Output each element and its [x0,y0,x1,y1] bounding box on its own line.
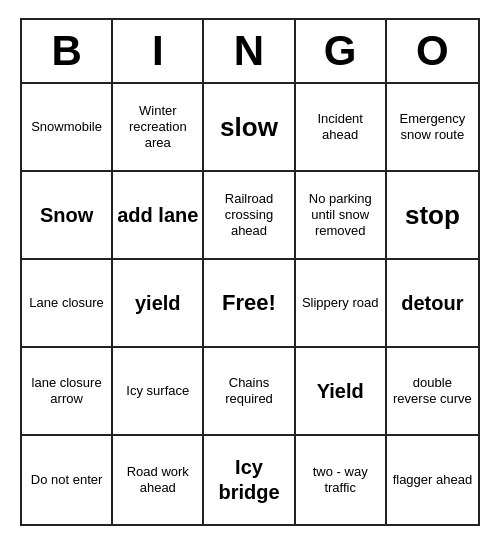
bingo-cell-13: Slippery road [296,260,387,348]
bingo-cell-23: two - way traffic [296,436,387,524]
bingo-cell-20: Do not enter [22,436,113,524]
bingo-cell-0: Snowmobile [22,84,113,172]
bingo-cell-1: Winter recreation area [113,84,204,172]
bingo-letter-i: I [113,20,204,82]
bingo-letter-o: O [387,20,478,82]
bingo-header: BINGO [22,20,478,84]
bingo-cell-24: flagger ahead [387,436,478,524]
bingo-letter-g: G [296,20,387,82]
bingo-cell-6: add lane [113,172,204,260]
bingo-cell-5: Snow [22,172,113,260]
bingo-cell-8: No parking until snow removed [296,172,387,260]
bingo-cell-7: Railroad crossing ahead [204,172,295,260]
bingo-cell-14: detour [387,260,478,348]
bingo-cell-17: Chains required [204,348,295,436]
bingo-cell-2: slow [204,84,295,172]
bingo-cell-10: Lane closure [22,260,113,348]
bingo-cell-11: yield [113,260,204,348]
bingo-cell-21: Road work ahead [113,436,204,524]
bingo-grid: SnowmobileWinter recreation areaslowInci… [22,84,478,524]
bingo-letter-b: B [22,20,113,82]
bingo-cell-12: Free! [204,260,295,348]
bingo-cell-16: Icy surface [113,348,204,436]
bingo-cell-15: lane closure arrow [22,348,113,436]
bingo-cell-9: stop [387,172,478,260]
bingo-cell-22: Icy bridge [204,436,295,524]
bingo-card: BINGO SnowmobileWinter recreation areasl… [20,18,480,526]
bingo-cell-3: Incident ahead [296,84,387,172]
bingo-letter-n: N [204,20,295,82]
bingo-cell-18: Yield [296,348,387,436]
bingo-cell-4: Emergency snow route [387,84,478,172]
bingo-cell-19: double reverse curve [387,348,478,436]
